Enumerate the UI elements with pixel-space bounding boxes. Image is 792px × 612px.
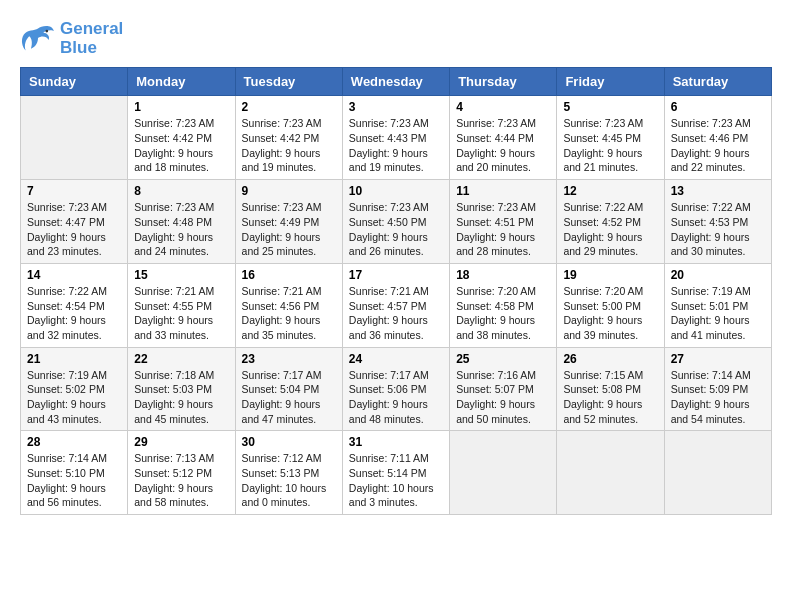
- calendar-cell: [664, 431, 771, 515]
- calendar-cell: 16Sunrise: 7:21 AMSunset: 4:56 PMDayligh…: [235, 263, 342, 347]
- day-info: Sunrise: 7:23 AMSunset: 4:49 PMDaylight:…: [242, 200, 336, 259]
- calendar-cell: 14Sunrise: 7:22 AMSunset: 4:54 PMDayligh…: [21, 263, 128, 347]
- day-number: 26: [563, 352, 657, 366]
- day-info: Sunrise: 7:17 AMSunset: 5:06 PMDaylight:…: [349, 368, 443, 427]
- day-info: Sunrise: 7:23 AMSunset: 4:42 PMDaylight:…: [134, 116, 228, 175]
- day-info: Sunrise: 7:16 AMSunset: 5:07 PMDaylight:…: [456, 368, 550, 427]
- calendar-cell: 10Sunrise: 7:23 AMSunset: 4:50 PMDayligh…: [342, 180, 449, 264]
- calendar-cell: 24Sunrise: 7:17 AMSunset: 5:06 PMDayligh…: [342, 347, 449, 431]
- weekday-header-thursday: Thursday: [450, 68, 557, 96]
- calendar-cell: [21, 96, 128, 180]
- weekday-header-tuesday: Tuesday: [235, 68, 342, 96]
- day-info: Sunrise: 7:18 AMSunset: 5:03 PMDaylight:…: [134, 368, 228, 427]
- day-number: 9: [242, 184, 336, 198]
- day-info: Sunrise: 7:23 AMSunset: 4:46 PMDaylight:…: [671, 116, 765, 175]
- day-number: 25: [456, 352, 550, 366]
- day-info: Sunrise: 7:14 AMSunset: 5:10 PMDaylight:…: [27, 451, 121, 510]
- calendar-cell: 26Sunrise: 7:15 AMSunset: 5:08 PMDayligh…: [557, 347, 664, 431]
- day-number: 3: [349, 100, 443, 114]
- weekday-row: SundayMondayTuesdayWednesdayThursdayFrid…: [21, 68, 772, 96]
- calendar-cell: 29Sunrise: 7:13 AMSunset: 5:12 PMDayligh…: [128, 431, 235, 515]
- day-info: Sunrise: 7:23 AMSunset: 4:45 PMDaylight:…: [563, 116, 657, 175]
- logo-text: General Blue: [60, 20, 123, 57]
- day-number: 15: [134, 268, 228, 282]
- day-info: Sunrise: 7:20 AMSunset: 4:58 PMDaylight:…: [456, 284, 550, 343]
- day-number: 7: [27, 184, 121, 198]
- calendar-cell: 27Sunrise: 7:14 AMSunset: 5:09 PMDayligh…: [664, 347, 771, 431]
- day-number: 20: [671, 268, 765, 282]
- day-info: Sunrise: 7:22 AMSunset: 4:54 PMDaylight:…: [27, 284, 121, 343]
- day-info: Sunrise: 7:22 AMSunset: 4:52 PMDaylight:…: [563, 200, 657, 259]
- day-number: 21: [27, 352, 121, 366]
- day-number: 12: [563, 184, 657, 198]
- day-number: 18: [456, 268, 550, 282]
- week-row-4: 21Sunrise: 7:19 AMSunset: 5:02 PMDayligh…: [21, 347, 772, 431]
- calendar-cell: 21Sunrise: 7:19 AMSunset: 5:02 PMDayligh…: [21, 347, 128, 431]
- day-number: 27: [671, 352, 765, 366]
- day-number: 31: [349, 435, 443, 449]
- day-info: Sunrise: 7:17 AMSunset: 5:04 PMDaylight:…: [242, 368, 336, 427]
- day-number: 30: [242, 435, 336, 449]
- calendar-cell: 25Sunrise: 7:16 AMSunset: 5:07 PMDayligh…: [450, 347, 557, 431]
- day-info: Sunrise: 7:23 AMSunset: 4:44 PMDaylight:…: [456, 116, 550, 175]
- day-number: 19: [563, 268, 657, 282]
- day-info: Sunrise: 7:21 AMSunset: 4:56 PMDaylight:…: [242, 284, 336, 343]
- weekday-header-wednesday: Wednesday: [342, 68, 449, 96]
- day-info: Sunrise: 7:23 AMSunset: 4:47 PMDaylight:…: [27, 200, 121, 259]
- day-number: 2: [242, 100, 336, 114]
- week-row-5: 28Sunrise: 7:14 AMSunset: 5:10 PMDayligh…: [21, 431, 772, 515]
- week-row-1: 1Sunrise: 7:23 AMSunset: 4:42 PMDaylight…: [21, 96, 772, 180]
- day-info: Sunrise: 7:13 AMSunset: 5:12 PMDaylight:…: [134, 451, 228, 510]
- day-info: Sunrise: 7:21 AMSunset: 4:57 PMDaylight:…: [349, 284, 443, 343]
- calendar-cell: [557, 431, 664, 515]
- calendar-cell: 1Sunrise: 7:23 AMSunset: 4:42 PMDaylight…: [128, 96, 235, 180]
- calendar-body: 1Sunrise: 7:23 AMSunset: 4:42 PMDaylight…: [21, 96, 772, 515]
- day-info: Sunrise: 7:23 AMSunset: 4:42 PMDaylight:…: [242, 116, 336, 175]
- day-number: 29: [134, 435, 228, 449]
- calendar-cell: 4Sunrise: 7:23 AMSunset: 4:44 PMDaylight…: [450, 96, 557, 180]
- calendar-cell: 31Sunrise: 7:11 AMSunset: 5:14 PMDayligh…: [342, 431, 449, 515]
- day-info: Sunrise: 7:19 AMSunset: 5:02 PMDaylight:…: [27, 368, 121, 427]
- day-info: Sunrise: 7:15 AMSunset: 5:08 PMDaylight:…: [563, 368, 657, 427]
- calendar-cell: 3Sunrise: 7:23 AMSunset: 4:43 PMDaylight…: [342, 96, 449, 180]
- day-number: 13: [671, 184, 765, 198]
- calendar-cell: 18Sunrise: 7:20 AMSunset: 4:58 PMDayligh…: [450, 263, 557, 347]
- day-number: 4: [456, 100, 550, 114]
- logo-icon: [20, 24, 56, 54]
- calendar-cell: 9Sunrise: 7:23 AMSunset: 4:49 PMDaylight…: [235, 180, 342, 264]
- day-number: 24: [349, 352, 443, 366]
- calendar-table: SundayMondayTuesdayWednesdayThursdayFrid…: [20, 67, 772, 515]
- calendar-cell: 30Sunrise: 7:12 AMSunset: 5:13 PMDayligh…: [235, 431, 342, 515]
- day-number: 8: [134, 184, 228, 198]
- day-info: Sunrise: 7:23 AMSunset: 4:43 PMDaylight:…: [349, 116, 443, 175]
- day-number: 14: [27, 268, 121, 282]
- day-info: Sunrise: 7:14 AMSunset: 5:09 PMDaylight:…: [671, 368, 765, 427]
- day-number: 23: [242, 352, 336, 366]
- calendar-cell: 22Sunrise: 7:18 AMSunset: 5:03 PMDayligh…: [128, 347, 235, 431]
- day-number: 6: [671, 100, 765, 114]
- day-number: 28: [27, 435, 121, 449]
- weekday-header-monday: Monday: [128, 68, 235, 96]
- week-row-3: 14Sunrise: 7:22 AMSunset: 4:54 PMDayligh…: [21, 263, 772, 347]
- day-info: Sunrise: 7:23 AMSunset: 4:48 PMDaylight:…: [134, 200, 228, 259]
- calendar-cell: 15Sunrise: 7:21 AMSunset: 4:55 PMDayligh…: [128, 263, 235, 347]
- day-info: Sunrise: 7:11 AMSunset: 5:14 PMDaylight:…: [349, 451, 443, 510]
- day-number: 17: [349, 268, 443, 282]
- day-info: Sunrise: 7:23 AMSunset: 4:51 PMDaylight:…: [456, 200, 550, 259]
- day-number: 22: [134, 352, 228, 366]
- calendar-cell: [450, 431, 557, 515]
- calendar-cell: 28Sunrise: 7:14 AMSunset: 5:10 PMDayligh…: [21, 431, 128, 515]
- day-info: Sunrise: 7:22 AMSunset: 4:53 PMDaylight:…: [671, 200, 765, 259]
- day-number: 5: [563, 100, 657, 114]
- weekday-header-saturday: Saturday: [664, 68, 771, 96]
- svg-point-0: [46, 29, 49, 32]
- day-info: Sunrise: 7:19 AMSunset: 5:01 PMDaylight:…: [671, 284, 765, 343]
- calendar-cell: 7Sunrise: 7:23 AMSunset: 4:47 PMDaylight…: [21, 180, 128, 264]
- day-number: 10: [349, 184, 443, 198]
- day-number: 1: [134, 100, 228, 114]
- calendar-cell: 11Sunrise: 7:23 AMSunset: 4:51 PMDayligh…: [450, 180, 557, 264]
- day-info: Sunrise: 7:21 AMSunset: 4:55 PMDaylight:…: [134, 284, 228, 343]
- calendar-cell: 20Sunrise: 7:19 AMSunset: 5:01 PMDayligh…: [664, 263, 771, 347]
- day-number: 11: [456, 184, 550, 198]
- calendar-cell: 2Sunrise: 7:23 AMSunset: 4:42 PMDaylight…: [235, 96, 342, 180]
